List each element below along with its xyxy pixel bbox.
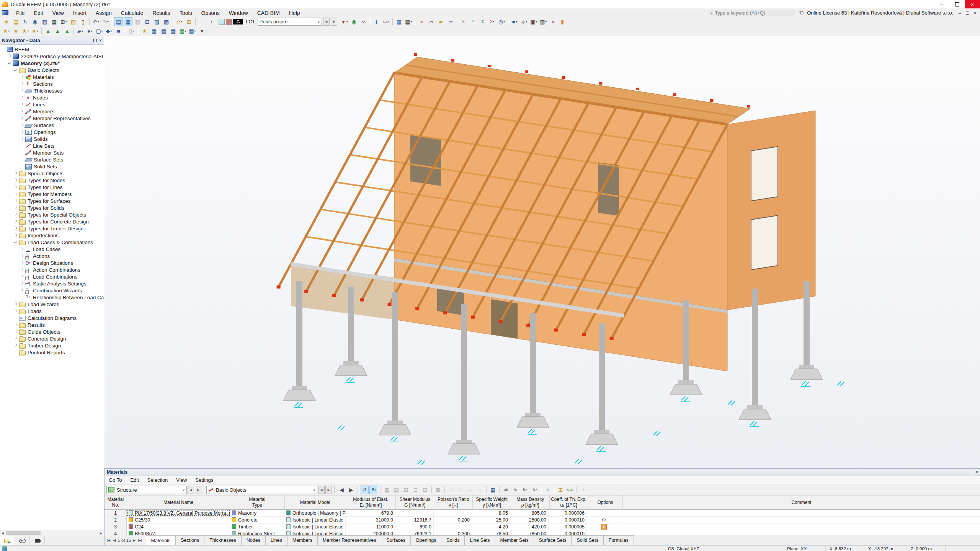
expander-open-icon[interactable] [8, 62, 11, 65]
insert-free-load-icon[interactable]: ▦ [169, 27, 178, 36]
tree-item-lines[interactable]: Lines [0, 101, 104, 108]
insert-node-icon[interactable]: ★▾ [2, 27, 11, 36]
table-help-icon[interactable]: ? [579, 486, 588, 494]
insert-opening-icon[interactable]: ▢▾ [95, 27, 104, 36]
expander-closed-icon[interactable] [14, 179, 17, 182]
model-viewport[interactable] [104, 36, 980, 468]
measure-icon[interactable]: ↧ [372, 17, 381, 26]
tree-item-load-wizards[interactable]: Load Wizards [0, 301, 104, 308]
tree-item-static-analysis-settings[interactable]: Static Analysis Settings [0, 280, 104, 287]
expander-closed-icon[interactable] [20, 103, 23, 106]
table-tab-openings[interactable]: Openings [411, 535, 442, 545]
insert-nodal-support-icon[interactable]: ▲ [44, 27, 52, 36]
expander-closed-icon[interactable] [14, 234, 17, 237]
minimize-button[interactable]: – [934, 0, 949, 8]
move-x-icon[interactable]: X [459, 17, 468, 26]
previous-table-button[interactable]: ◀ [112, 538, 116, 542]
menu-view[interactable]: View [48, 8, 69, 17]
next-group-button[interactable]: ▶ [195, 486, 201, 494]
insert-generated-load-icon[interactable]: ▦▾ [188, 27, 197, 36]
delete-row-icon[interactable]: ≡ [456, 486, 465, 494]
cell-comment[interactable] [621, 530, 980, 535]
cell-type[interactable]: Reinforcing Steel [230, 530, 284, 535]
menu-options[interactable]: Options [197, 8, 224, 17]
tree-item-guide-objects[interactable]: Guide Objects [0, 328, 104, 335]
load-case-combobox[interactable]: Poids propre ∨ [258, 18, 322, 26]
tree-item-types-for-lines[interactable]: Types for Lines [0, 184, 104, 191]
cell-[interactable] [434, 510, 472, 516]
child-minimize-button[interactable]: – [956, 10, 963, 16]
filter-loads-icon[interactable]: ▼▾ [340, 17, 349, 26]
tree-item-solids[interactable]: Solids [0, 135, 104, 142]
tree-item-types-for-concrete-design[interactable]: Types for Concrete Design [0, 218, 104, 225]
cell-options[interactable] [587, 530, 621, 535]
expander-closed-icon[interactable] [20, 75, 23, 78]
tree-item-basic-objects[interactable]: Basic Objects [0, 67, 104, 73]
cell-e-n-mm[interactable]: 200000.0 [346, 530, 395, 535]
tree-item-results[interactable]: Results [0, 321, 104, 328]
insert-box-icon[interactable]: ■ [114, 27, 123, 36]
cell-g-n-mm[interactable] [395, 510, 434, 516]
close-button[interactable]: × [965, 0, 980, 8]
insert-nodal-load-icon[interactable]: ★ [140, 27, 149, 36]
menu-cad-bim[interactable]: CAD-BIM [253, 8, 284, 17]
table-tab-member-sets[interactable]: Member Sets [495, 535, 534, 545]
expander-closed-icon[interactable] [20, 117, 23, 120]
first-table-button[interactable]: |◀ [106, 538, 111, 542]
cell-comment[interactable] [621, 517, 980, 523]
tree-item-actions[interactable]: Actions [0, 253, 104, 259]
insert-guide-left-icon[interactable]: + [198, 17, 206, 26]
expander-closed-icon[interactable] [20, 261, 23, 264]
next-load-case-button[interactable]: ▶ [331, 18, 337, 26]
tree-item-nodes[interactable]: Nodes [0, 94, 104, 101]
cell-kn-m[interactable]: 25.00 [472, 517, 510, 523]
visual-style-icon[interactable]: ◇▾ [175, 17, 184, 26]
panels-toggle-icon[interactable]: ▥ [133, 17, 142, 26]
cell-material-name[interactable]: B500S(A) [127, 530, 230, 535]
menu-results[interactable]: Results [148, 8, 175, 17]
table-edit-icon[interactable]: ▤ [392, 486, 401, 494]
tree-item-types-for-solids[interactable]: Types for Solids [0, 204, 104, 211]
view-mode-icon[interactable] [2, 546, 7, 551]
previous-load-case-button[interactable]: ◀ [323, 18, 330, 26]
navigator-horizontal-scrollbar[interactable]: ◀ ▶ [0, 530, 104, 536]
navigator-tab-data[interactable] [0, 536, 15, 546]
cell-type[interactable]: Timber [230, 523, 284, 530]
tree-item-surfaces[interactable]: Surfaces [0, 122, 104, 129]
refresh-model-icon[interactable]: ↻ [21, 17, 30, 26]
insert-surface-support-icon[interactable]: ▲ [63, 27, 72, 36]
tree-item-action-combinations[interactable]: Action Combinations [0, 266, 104, 273]
tree-item-solid-sets[interactable]: Solid Sets [0, 163, 104, 170]
table-tab-formulas[interactable]: Formulas [604, 535, 634, 545]
select-surfaces-icon[interactable]: ◆▾ [520, 17, 529, 26]
cell-e-n-mm[interactable]: 679.8 [346, 510, 395, 516]
previous-category-button[interactable]: ◀ [318, 486, 325, 494]
expander-closed-icon[interactable] [20, 82, 23, 85]
expander-closed-icon[interactable] [20, 96, 23, 99]
material-row-1[interactable]: 1PIA 17/50/23,8 VZ, General Purpose Mort… [105, 510, 980, 517]
redo-icon[interactable]: ↷▾ [101, 17, 110, 26]
tree-item-types-for-surfaces[interactable]: Types for Surfaces [0, 197, 104, 204]
move-xyz-icon[interactable]: X▾ [488, 17, 497, 26]
cell-material-model[interactable]: Isotropic | Linear Elastic [284, 523, 346, 530]
expander-closed-icon[interactable] [14, 323, 17, 326]
tree-item-member-representatives[interactable]: Member Representatives [0, 115, 104, 122]
insert-row-icon[interactable]: ≡ [447, 486, 456, 494]
expander-closed-icon[interactable] [14, 206, 17, 209]
display-properties-icon[interactable]: ◉ [350, 17, 358, 26]
materials-menu-view[interactable]: View [172, 476, 191, 484]
tree-item-types-for-nodes[interactable]: Types for Nodes [0, 177, 104, 184]
new-model-icon[interactable]: ★ [2, 17, 11, 26]
table-tab-solids[interactable]: Solids [441, 535, 465, 545]
expander-closed-icon[interactable] [14, 227, 17, 230]
new-entry-icon[interactable]: ▧ [69, 17, 78, 26]
expander-closed-icon[interactable] [14, 220, 17, 223]
child-close-button[interactable]: × [972, 10, 978, 16]
cell-material-model[interactable]: Isotropic | Linear Elastic [284, 530, 346, 535]
menu-calculate[interactable]: Calculate [116, 8, 148, 17]
expander-closed-icon[interactable] [20, 275, 23, 278]
insert-imported-load-icon[interactable]: ▦▾ [178, 27, 187, 36]
cell-kg-m[interactable]: 805.00 [510, 510, 549, 516]
cell-g-n-mm[interactable]: 12916.7 [395, 517, 434, 523]
tree-item-types-for-timber-design[interactable]: Types for Timber Design [0, 225, 104, 232]
